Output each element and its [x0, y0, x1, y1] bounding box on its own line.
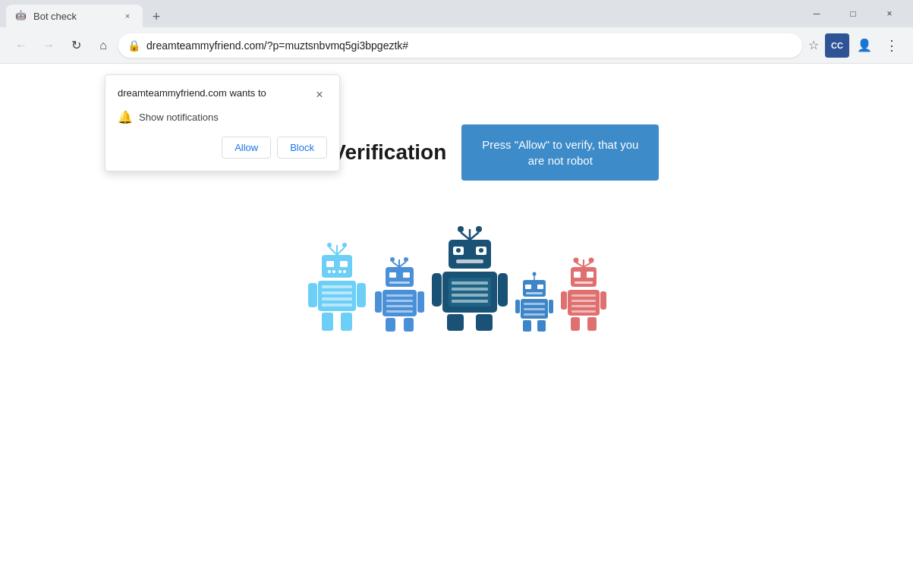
- svg-point-76: [589, 258, 594, 263]
- svg-rect-17: [308, 283, 317, 307]
- svg-rect-52: [452, 281, 488, 285]
- svg-rect-57: [498, 273, 508, 307]
- svg-line-25: [399, 262, 406, 267]
- svg-point-40: [458, 226, 464, 232]
- extension-button[interactable]: CC: [825, 33, 849, 58]
- forward-button[interactable]: →: [36, 33, 61, 58]
- permission-text: Show notifications: [139, 112, 219, 123]
- svg-rect-59: [476, 314, 493, 331]
- popup-buttons: Allow Block: [118, 137, 327, 159]
- svg-rect-80: [574, 272, 581, 278]
- svg-rect-71: [549, 300, 553, 313]
- svg-rect-64: [537, 285, 543, 289]
- svg-rect-87: [571, 310, 596, 313]
- popup-close-button[interactable]: ×: [312, 87, 327, 102]
- svg-rect-35: [375, 291, 382, 313]
- tab-area: 🤖 Bot check × +: [6, 0, 793, 27]
- profile-button[interactable]: 👤: [852, 33, 877, 58]
- svg-point-22: [390, 257, 395, 262]
- svg-rect-56: [432, 273, 442, 307]
- svg-point-23: [404, 257, 408, 262]
- svg-line-43: [470, 232, 479, 240]
- svg-rect-54: [452, 294, 488, 297]
- menu-button[interactable]: ⋮: [880, 33, 904, 58]
- svg-point-9: [332, 270, 335, 273]
- svg-rect-85: [571, 300, 596, 302]
- svg-rect-49: [456, 259, 483, 263]
- svg-rect-36: [417, 291, 424, 313]
- bookmark-button[interactable]: ☆: [808, 38, 819, 52]
- svg-rect-55: [452, 300, 488, 303]
- tab-title: Bot check: [33, 11, 115, 22]
- svg-rect-6: [326, 261, 334, 267]
- svg-point-1: [327, 243, 332, 247]
- svg-rect-70: [515, 300, 520, 313]
- svg-point-75: [574, 258, 579, 263]
- robot-2: [375, 256, 424, 332]
- address-bar[interactable]: 🔒 dreamteammyfriend.com/?p=muztsnbvmq5gi…: [118, 33, 802, 58]
- browser-frame: 🤖 Bot check × + ─ □ × ← → ↻ ⌂ 🔒 dreamtea…: [0, 0, 913, 588]
- svg-point-2: [342, 243, 347, 247]
- svg-line-24: [392, 262, 399, 267]
- svg-rect-29: [389, 281, 410, 284]
- tab-favicon: 🤖: [15, 10, 27, 22]
- svg-rect-38: [404, 318, 414, 332]
- window-controls: ─ □ ×: [799, 2, 907, 26]
- svg-rect-91: [587, 317, 597, 331]
- svg-rect-63: [525, 285, 531, 289]
- svg-rect-89: [600, 291, 606, 310]
- verify-button[interactable]: Press "Allow" to verify, that you are no…: [461, 124, 659, 181]
- robot-5: [561, 256, 606, 332]
- robot-3: [432, 226, 508, 332]
- lock-icon: 🔒: [128, 39, 140, 52]
- browser-tab[interactable]: 🤖 Bot check ×: [6, 5, 143, 27]
- svg-rect-13: [322, 285, 352, 288]
- navigation-bar: ← → ↻ ⌂ 🔒 dreamteammyfriend.com/?p=muzts…: [0, 27, 913, 64]
- block-button[interactable]: Block: [277, 137, 327, 159]
- maximize-button[interactable]: □: [836, 2, 870, 26]
- popup-header: dreamteammyfriend.com wants to ×: [118, 87, 327, 102]
- svg-point-10: [338, 270, 342, 273]
- svg-rect-20: [341, 313, 352, 331]
- new-tab-button[interactable]: +: [146, 6, 167, 27]
- url-text: dreamteammyfriend.com/?p=muztsnbvmq5gi3b…: [146, 39, 793, 52]
- svg-line-42: [461, 232, 470, 240]
- svg-rect-31: [386, 294, 413, 297]
- svg-line-78: [584, 263, 591, 267]
- svg-point-8: [328, 270, 331, 273]
- robot-4: [515, 272, 553, 332]
- svg-rect-14: [322, 291, 352, 294]
- home-button[interactable]: ⌂: [91, 33, 115, 58]
- minimize-button[interactable]: ─: [799, 2, 834, 26]
- svg-line-4: [337, 247, 345, 255]
- svg-rect-88: [561, 291, 567, 310]
- svg-rect-58: [447, 314, 464, 331]
- robot-1: [307, 241, 367, 332]
- svg-point-48: [479, 248, 483, 253]
- svg-rect-72: [523, 320, 531, 332]
- bell-icon: 🔔: [118, 110, 133, 124]
- allow-button[interactable]: Allow: [222, 137, 271, 159]
- svg-rect-84: [571, 294, 596, 297]
- svg-rect-28: [403, 272, 410, 278]
- svg-rect-34: [386, 310, 413, 313]
- close-button[interactable]: ×: [872, 2, 907, 26]
- svg-rect-73: [537, 320, 546, 332]
- svg-rect-81: [587, 272, 593, 278]
- svg-rect-68: [524, 308, 545, 310]
- webpage: dreamteammyfriend.com wants to × 🔔 Show …: [0, 64, 913, 588]
- svg-rect-19: [322, 313, 333, 331]
- back-button[interactable]: ←: [9, 33, 33, 58]
- svg-point-61: [533, 272, 537, 276]
- svg-point-47: [456, 248, 461, 253]
- svg-line-3: [329, 247, 337, 255]
- svg-rect-16: [322, 303, 352, 307]
- svg-rect-18: [357, 283, 366, 307]
- svg-point-41: [476, 226, 482, 232]
- notification-popup: dreamteammyfriend.com wants to × 🔔 Show …: [105, 74, 340, 171]
- svg-line-77: [576, 263, 584, 267]
- svg-rect-27: [389, 272, 396, 278]
- reload-button[interactable]: ↻: [64, 33, 88, 58]
- svg-rect-82: [575, 281, 593, 284]
- tab-close-button[interactable]: ×: [121, 10, 134, 22]
